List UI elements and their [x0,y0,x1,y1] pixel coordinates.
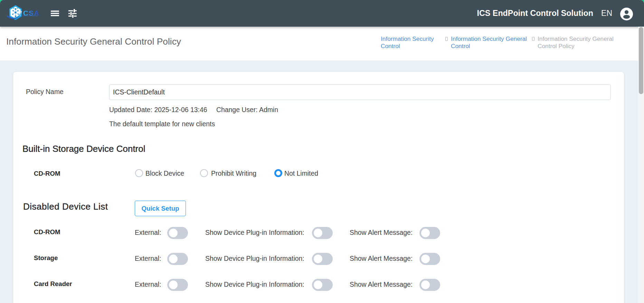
svg-text:ENDPOINT CONTROL SOLUTION: ENDPOINT CONTROL SOLUTION [23,15,38,17]
